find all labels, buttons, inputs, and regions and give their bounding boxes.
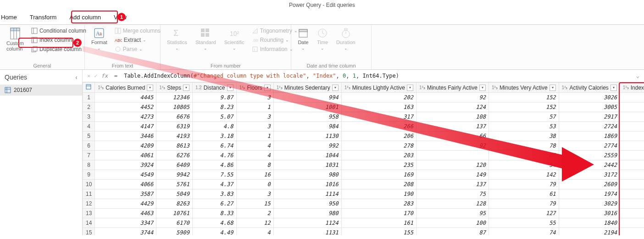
- collapse-icon[interactable]: ‹: [75, 74, 78, 81]
- cell[interactable]: 3347: [95, 218, 156, 228]
- column-header[interactable]: 1²₃Calories Burned▾: [95, 83, 156, 93]
- cell[interactable]: 4273: [95, 112, 156, 122]
- filter-button[interactable]: ▾: [227, 85, 233, 91]
- cell[interactable]: 5.07: [192, 112, 236, 122]
- cell[interactable]: 4.68: [192, 218, 236, 228]
- cell[interactable]: 87: [416, 228, 489, 236]
- cell[interactable]: 4452: [95, 102, 156, 112]
- column-header[interactable]: 1²₃Minutes Very Active▾: [489, 83, 559, 93]
- cell[interactable]: 5909: [156, 228, 193, 236]
- table-row[interactable]: 9454999427.551698016914914231728: [83, 170, 644, 180]
- column-header[interactable]: 1²₃Minutes Fairly Active▾: [416, 83, 489, 93]
- cell[interactable]: 6170: [156, 218, 193, 228]
- cell[interactable]: 3: [236, 93, 273, 102]
- query-item[interactable]: 201607: [0, 85, 82, 96]
- filter-button[interactable]: ▾: [183, 85, 189, 91]
- column-header[interactable]: 1.2Distance▾: [192, 83, 236, 93]
- cell[interactable]: 4: [236, 141, 273, 151]
- column-header[interactable]: 1²₃Steps▾: [156, 83, 193, 93]
- row-number[interactable]: 4: [83, 122, 95, 131]
- cell[interactable]: 5049: [156, 189, 193, 199]
- cell[interactable]: 12346: [156, 93, 193, 102]
- cell[interactable]: 4.49: [192, 228, 236, 236]
- cell[interactable]: 4: [236, 151, 273, 160]
- cell[interactable]: 3029: [559, 199, 620, 209]
- cell[interactable]: 78: [489, 141, 559, 151]
- data-grid[interactable]: 1²₃Calories Burned▾1²₃Steps▾1.2Distance▾…: [83, 82, 644, 235]
- cell[interactable]: 89: [489, 151, 559, 160]
- cell[interactable]: 8: [236, 160, 273, 170]
- cell[interactable]: 57: [489, 112, 559, 122]
- table-row[interactable]: 6420986136.744992278927827745: [83, 141, 644, 151]
- table-row[interactable]: 11358750493.83311141907561197410: [83, 189, 644, 199]
- cell[interactable]: [416, 151, 489, 160]
- cell[interactable]: 128: [416, 199, 489, 209]
- cell[interactable]: 2609: [559, 180, 620, 189]
- cell[interactable]: 8.33: [192, 209, 236, 218]
- cell[interactable]: 4066: [95, 180, 156, 189]
- cell[interactable]: 1: [236, 131, 273, 141]
- cell[interactable]: 3924: [95, 160, 156, 170]
- table-row[interactable]: 10406657614.37010162081377926099: [83, 180, 644, 189]
- row-number[interactable]: 13: [83, 209, 95, 218]
- cell[interactable]: 202: [341, 93, 416, 102]
- cell[interactable]: 3005: [559, 102, 620, 112]
- cell[interactable]: 1044: [273, 151, 341, 160]
- cell[interactable]: 127: [489, 209, 559, 218]
- filter-button[interactable]: ▾: [332, 85, 339, 91]
- cell[interactable]: 1016: [273, 180, 341, 189]
- cell[interactable]: 266: [341, 122, 416, 131]
- cell[interactable]: 950: [273, 199, 341, 209]
- filter-button[interactable]: ▾: [264, 85, 271, 91]
- conditional-column-button[interactable]: Conditional column: [29, 27, 88, 35]
- cell[interactable]: 54: [489, 160, 559, 170]
- cell[interactable]: 190: [341, 189, 416, 199]
- cell[interactable]: 55: [489, 218, 559, 228]
- cell[interactable]: 2194: [559, 228, 620, 236]
- commit-icon[interactable]: ✓: [94, 73, 97, 79]
- time-button[interactable]: Time ⌄: [314, 27, 331, 51]
- cell[interactable]: 3172: [559, 170, 620, 180]
- cell[interactable]: 4209: [95, 141, 156, 151]
- table-row[interactable]: 14445123469.8739942029215230260: [83, 93, 644, 102]
- cell[interactable]: 6676: [156, 112, 193, 122]
- table-row[interactable]: 134463107618.33298017095127301612: [83, 209, 644, 218]
- table-row[interactable]: 8392464094.86810312351205424427: [83, 160, 644, 170]
- row-number[interactable]: 10: [83, 180, 95, 189]
- filter-button[interactable]: ▾: [147, 85, 153, 91]
- table-row[interactable]: 7406162764.76410442038925596: [83, 151, 644, 160]
- cell[interactable]: 75: [416, 189, 489, 199]
- table-row[interactable]: 15374459094.49411311558774219414: [83, 228, 644, 236]
- cell[interactable]: 61: [489, 189, 559, 199]
- cell[interactable]: 278: [341, 141, 416, 151]
- cell[interactable]: 980: [273, 209, 341, 218]
- cell[interactable]: 2724: [559, 122, 620, 131]
- cell[interactable]: 169: [341, 170, 416, 180]
- cell[interactable]: 2442: [559, 160, 620, 170]
- table-row[interactable]: 14334761704.6812112416110055184013: [83, 218, 644, 228]
- cell[interactable]: 92: [416, 141, 489, 151]
- cell[interactable]: 79: [489, 199, 559, 209]
- cell[interactable]: 3: [236, 112, 273, 122]
- cell[interactable]: 6409: [156, 160, 193, 170]
- row-number[interactable]: 12: [83, 199, 95, 209]
- filter-button[interactable]: ▾: [479, 85, 486, 91]
- merge-columns-button[interactable]: Merge columns: [113, 27, 162, 35]
- cell[interactable]: 994: [273, 93, 341, 102]
- cell[interactable]: 6.27: [192, 199, 236, 209]
- cell[interactable]: 4445: [95, 93, 156, 102]
- filter-button[interactable]: ▾: [550, 85, 556, 91]
- cell[interactable]: 79: [489, 180, 559, 189]
- cell[interactable]: 74: [489, 228, 559, 236]
- filter-button[interactable]: ▾: [407, 85, 413, 91]
- cell[interactable]: 1869: [559, 131, 620, 141]
- cell[interactable]: 149: [416, 170, 489, 180]
- cell[interactable]: 8263: [156, 199, 193, 209]
- row-number[interactable]: 15: [83, 228, 95, 236]
- cell[interactable]: 980: [273, 170, 341, 180]
- cell[interactable]: 137: [416, 180, 489, 189]
- cell[interactable]: 235: [341, 160, 416, 170]
- cell[interactable]: 4429: [95, 199, 156, 209]
- extract-button[interactable]: ABC Extract ⌄: [113, 36, 162, 44]
- cell[interactable]: 108: [416, 112, 489, 122]
